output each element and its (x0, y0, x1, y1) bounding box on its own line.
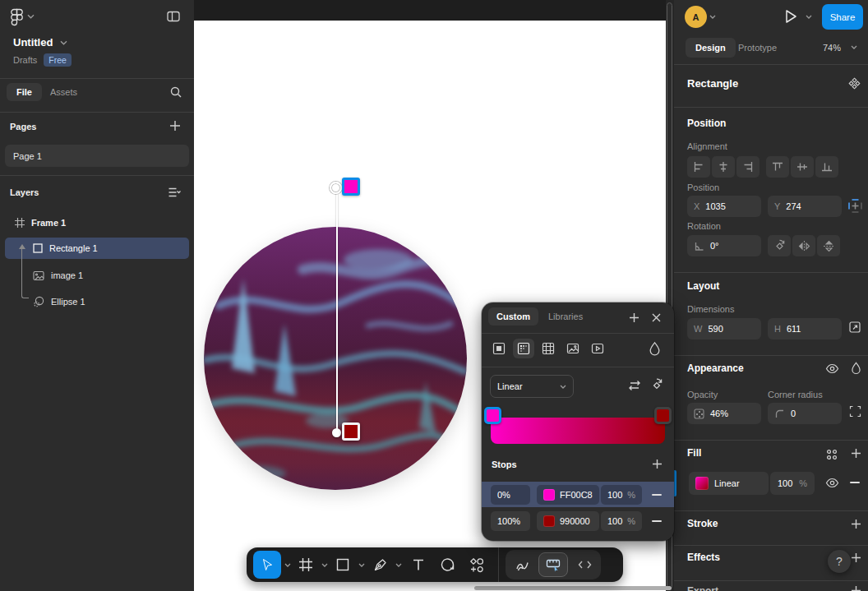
layer-row-ellipse1[interactable]: Ellipse 1 (5, 291, 189, 312)
picker-tab-custom[interactable]: Custom (488, 307, 538, 326)
draw-annotate-button[interactable] (507, 552, 537, 577)
layers-collapse-icon[interactable] (168, 187, 181, 198)
component-icon[interactable] (848, 77, 861, 90)
layer-row-rectangle1[interactable]: Rectangle 1 (5, 238, 189, 259)
align-horizontal-center-button[interactable] (712, 156, 735, 178)
styles-grid-icon[interactable] (826, 449, 838, 460)
horizontal-scrollbar-thumb[interactable] (474, 586, 672, 590)
tab-assets[interactable]: Assets (50, 87, 77, 97)
actions-button[interactable] (462, 552, 492, 577)
add-style-icon[interactable] (629, 312, 639, 323)
fill-row[interactable]: Linear (689, 472, 769, 495)
text-tool-button[interactable] (404, 552, 432, 577)
width-field[interactable]: W 590 (687, 318, 761, 339)
zoom-chevron-icon[interactable] (851, 45, 857, 49)
align-vertical-center-button[interactable] (791, 156, 814, 178)
shape-tool-chevron-icon[interactable] (356, 552, 367, 577)
shape-tool-button[interactable] (330, 552, 355, 577)
fill-type-pattern-icon[interactable] (538, 339, 559, 358)
fill-gradient-swatch[interactable] (695, 477, 709, 490)
frame-tool-chevron-icon[interactable] (319, 552, 330, 577)
swap-stops-icon[interactable] (627, 380, 642, 391)
stop-opacity-input[interactable]: 100 % (601, 511, 642, 531)
remove-stop-icon[interactable] (649, 494, 665, 496)
fill-opacity-field[interactable]: 100 % (770, 472, 815, 495)
add-export-icon[interactable] (851, 585, 861, 591)
search-icon[interactable] (169, 85, 182, 99)
gradient-axis-line[interactable] (336, 194, 338, 429)
stop-hex-input[interactable]: 990000 (537, 511, 599, 531)
fill-type-gradient-icon[interactable] (513, 339, 534, 358)
tab-design[interactable]: Design (686, 38, 736, 58)
dev-annotate-ruler-button[interactable] (538, 552, 568, 577)
independent-corners-icon[interactable] (849, 405, 861, 418)
align-bottom-button[interactable] (815, 156, 838, 178)
stop-opacity-input[interactable]: 100 % (601, 485, 642, 505)
layer-row-image1[interactable]: image 1 (5, 265, 189, 286)
add-stroke-icon[interactable] (851, 519, 861, 529)
rotation-field[interactable]: 0° (687, 235, 761, 256)
flip-horizontal-button[interactable] (792, 235, 815, 256)
corner-radius-field[interactable]: 0 (768, 403, 842, 424)
frame-tool-button[interactable] (293, 552, 318, 577)
avatar[interactable]: A (685, 6, 707, 28)
align-left-button[interactable] (687, 156, 710, 178)
stop-color-swatch[interactable] (543, 489, 555, 501)
fill-visibility-eye-icon[interactable] (825, 478, 839, 488)
move-tool-chevron-icon[interactable] (282, 552, 293, 577)
add-effect-icon[interactable] (851, 552, 861, 563)
add-stop-icon[interactable] (652, 459, 663, 469)
stop-position-input[interactable]: 100% (491, 511, 530, 531)
visibility-eye-icon[interactable] (825, 363, 839, 374)
present-play-icon[interactable] (783, 8, 798, 25)
stop-color-swatch[interactable] (543, 515, 555, 527)
help-button[interactable]: ? (828, 550, 851, 573)
rotate-button[interactable] (768, 235, 791, 256)
gradient-ramp-stop-start[interactable] (484, 407, 501, 424)
remove-fill-icon[interactable] (850, 482, 860, 483)
tab-file[interactable]: File (7, 83, 42, 101)
fill-type-image-icon[interactable] (562, 339, 584, 358)
picker-tab-libraries[interactable]: Libraries (543, 307, 588, 326)
rotate-gradient-icon[interactable] (649, 378, 664, 393)
x-position-field[interactable]: X 1035 (687, 196, 761, 217)
page-item-page1[interactable]: Page 1 (5, 145, 189, 167)
present-chevron-icon[interactable] (806, 15, 812, 19)
gradient-end-dot[interactable] (332, 428, 341, 437)
dev-mode-code-button[interactable] (570, 552, 599, 577)
gradient-stop-handle-end[interactable] (342, 422, 360, 441)
remove-stop-icon[interactable] (649, 520, 665, 522)
stop-position-input[interactable]: 0% (491, 485, 530, 505)
blend-droplet-icon[interactable] (649, 341, 661, 356)
share-button[interactable]: Share (822, 4, 863, 30)
layer-row-frame1[interactable]: Frame 1 (5, 212, 189, 233)
blend-mode-droplet-icon[interactable] (851, 362, 861, 375)
tab-prototype[interactable]: Prototype (738, 43, 777, 53)
flip-vertical-button[interactable] (817, 235, 840, 256)
add-fill-icon[interactable] (851, 448, 861, 459)
gradient-start-ring[interactable] (330, 182, 342, 194)
chevron-down-icon[interactable] (60, 40, 67, 45)
figma-logo-icon[interactable] (10, 7, 24, 26)
opacity-field[interactable]: 46% (687, 403, 761, 424)
gradient-stop-handle-start[interactable] (342, 178, 360, 196)
comment-tool-button[interactable] (433, 552, 461, 577)
close-icon[interactable] (652, 313, 661, 322)
file-location[interactable]: Drafts (13, 55, 37, 65)
fill-type-video-icon[interactable] (587, 339, 608, 358)
stop-hex-input[interactable]: FF00C8 (537, 485, 599, 505)
file-title[interactable]: Untitled (13, 36, 53, 48)
y-position-field[interactable]: Y 274 (768, 196, 842, 217)
constrain-proportions-icon[interactable] (848, 321, 861, 334)
height-field[interactable]: H 611 (768, 318, 842, 339)
pen-tool-button[interactable] (367, 552, 392, 577)
stop-row-0[interactable]: 0% FF00C8 100 % (482, 482, 674, 507)
constraints-icon[interactable] (847, 198, 863, 214)
gradient-ramp[interactable] (491, 418, 665, 444)
add-page-icon[interactable] (169, 120, 181, 132)
stop-row-1[interactable]: 100% 990000 100 % (482, 508, 674, 533)
chevron-down-icon[interactable] (27, 14, 35, 19)
avatar-chevron-icon[interactable] (709, 15, 716, 19)
gradient-type-dropdown[interactable]: Linear (490, 375, 574, 398)
gradient-ramp-stop-end[interactable] (654, 407, 672, 424)
